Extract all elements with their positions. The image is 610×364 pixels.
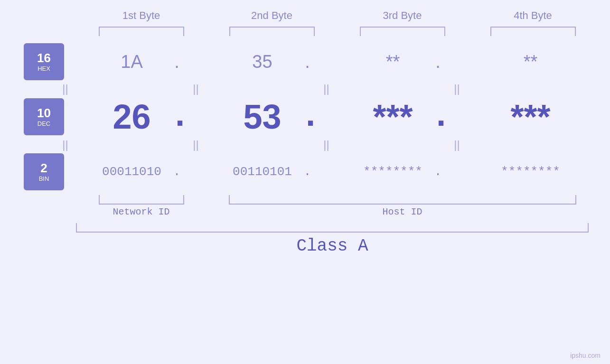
eq-cell-1: || <box>0 82 131 95</box>
host-bracket-line <box>229 195 576 205</box>
host-bracket <box>206 195 598 205</box>
hex-badge: 16 HEX <box>24 43 64 80</box>
bin-badge-num: 2 <box>40 162 47 174</box>
byte-header-4: 4th Byte <box>468 9 598 22</box>
hex-cell-4: ** <box>465 52 596 72</box>
network-bracket-line <box>99 195 184 205</box>
bin-dot-2: . <box>300 165 315 179</box>
bracket-top-3 <box>337 27 468 36</box>
eq2-cell-2: || <box>131 138 261 151</box>
hex-dot-2: . <box>300 52 315 72</box>
dec-cell-3: *** . <box>335 97 465 136</box>
bottom-bracket-area <box>76 195 610 205</box>
bin-val-2: 00110101 <box>225 165 300 179</box>
hex-val-1: 1A <box>94 52 170 72</box>
network-id-label: Network ID <box>76 206 206 217</box>
eq2-cell-3: || <box>261 138 392 151</box>
bin-values: 00011010 . 00110101 . ******** . *******… <box>74 165 610 179</box>
dec-badge-num: 10 <box>37 107 51 119</box>
hex-cell-3: ** . <box>335 52 465 72</box>
bin-dot-1: . <box>170 165 184 179</box>
dec-val-4: *** <box>493 97 569 136</box>
bin-cell-2: 00110101 . <box>204 165 335 179</box>
eq-cell-4: || <box>392 82 522 95</box>
dec-val-3: *** <box>355 97 431 136</box>
id-labels: Network ID Host ID <box>76 206 610 217</box>
watermark: ipshu.com <box>570 352 601 359</box>
hex-values: 1A . 35 . ** . ** <box>74 52 610 72</box>
hex-dot-3: . <box>431 52 445 72</box>
bin-cell-1: 00011010 . <box>74 165 204 179</box>
dec-dot-2: . <box>300 97 315 136</box>
main-container: 1st Byte 2nd Byte 3rd Byte 4th Byte 16 H… <box>0 0 610 364</box>
eq-cell-2: || <box>131 82 261 95</box>
hex-badge-num: 16 <box>37 52 51 64</box>
hex-val-2: 35 <box>225 52 300 72</box>
hex-row: 16 HEX 1A . 35 . ** . ** <box>0 43 610 80</box>
dec-cell-2: 53 . <box>204 97 335 136</box>
equals-row-1: || || || || <box>0 82 610 95</box>
bin-val-3: ******** <box>355 165 431 179</box>
brackets-top <box>76 27 610 36</box>
hex-badge-label: HEX <box>38 65 50 72</box>
equals-row-2: || || || || <box>0 138 610 151</box>
bracket-top-2 <box>206 27 337 36</box>
dec-badge: 10 DEC <box>24 98 64 135</box>
hex-cell-2: 35 . <box>204 52 335 72</box>
network-bracket <box>76 195 206 205</box>
dec-val-2: 53 <box>225 97 300 136</box>
dec-cell-1: 26 . <box>74 97 204 136</box>
bin-row: 2 BIN 00011010 . 00110101 . ******** . *… <box>0 153 610 190</box>
bracket-line-top-1 <box>99 27 184 36</box>
dec-values: 26 . 53 . *** . *** <box>74 97 610 136</box>
dec-dot-1: . <box>170 97 184 136</box>
bin-val-4: ******** <box>493 165 569 179</box>
hex-dot-1: . <box>170 52 184 72</box>
big-bracket-container <box>76 223 610 233</box>
bracket-line-top-3 <box>360 27 445 36</box>
bin-cell-4: ******** <box>465 165 596 179</box>
dec-badge-label: DEC <box>38 120 50 127</box>
bracket-top-4 <box>468 27 598 36</box>
byte-header-3: 3rd Byte <box>337 9 468 22</box>
dec-val-1: 26 <box>94 97 170 136</box>
dec-cell-4: *** <box>465 97 596 136</box>
dec-row: 10 DEC 26 . 53 . *** . *** <box>0 97 610 136</box>
host-id-label: Host ID <box>206 206 598 217</box>
bin-dot-3: . <box>431 165 445 179</box>
byte-headers: 1st Byte 2nd Byte 3rd Byte 4th Byte <box>76 9 610 22</box>
byte-header-2: 2nd Byte <box>206 9 337 22</box>
class-label: Class A <box>76 236 589 256</box>
hex-val-3: ** <box>355 52 431 72</box>
bracket-line-top-2 <box>229 27 315 36</box>
bin-val-1: 00011010 <box>94 165 170 179</box>
byte-header-1: 1st Byte <box>76 9 206 22</box>
bracket-line-top-4 <box>490 27 576 36</box>
hex-cell-1: 1A . <box>74 52 204 72</box>
eq-cell-3: || <box>261 82 392 95</box>
eq2-cell-4: || <box>392 138 522 151</box>
big-bracket-line <box>76 223 589 233</box>
bin-badge-label: BIN <box>39 175 49 182</box>
bracket-top-1 <box>76 27 206 36</box>
dec-dot-3: . <box>431 97 445 136</box>
bin-cell-3: ******** . <box>335 165 465 179</box>
bin-badge: 2 BIN <box>24 153 64 190</box>
hex-val-4: ** <box>493 52 569 72</box>
eq2-cell-1: || <box>0 138 131 151</box>
